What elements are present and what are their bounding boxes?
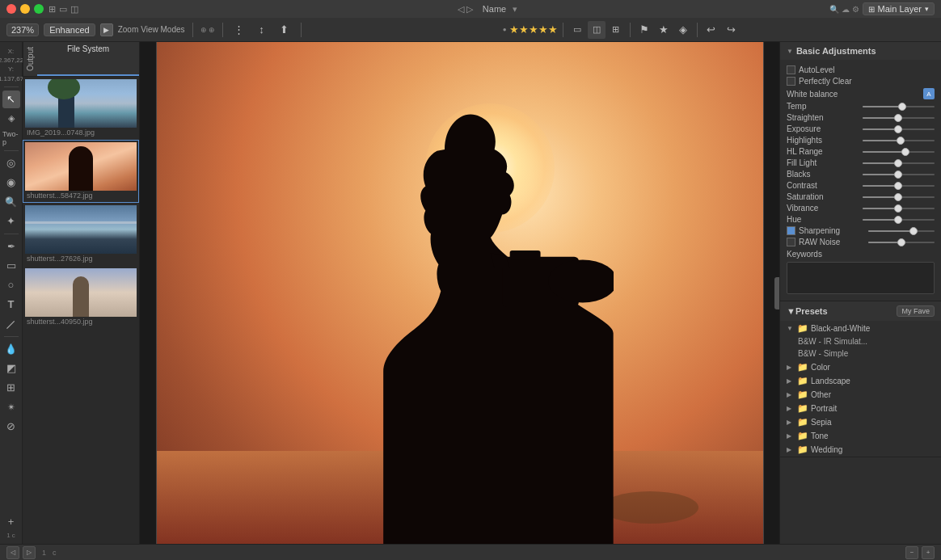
perfectly-clear-checkbox[interactable] [787, 77, 795, 86]
enhanced-button[interactable]: Enhanced [44, 23, 95, 36]
view-mode-2[interactable]: ◫ [588, 21, 606, 39]
panel-drag-handle[interactable] [774, 277, 779, 309]
straighten-slider[interactable] [863, 117, 935, 119]
folder-label: Tone [811, 432, 829, 440]
thumbnail-item[interactable]: shutterst...58472.jpg [23, 140, 139, 203]
line-tool[interactable]: | [0, 311, 23, 336]
wedding-folder[interactable]: ▶ 📁 Wedding [780, 443, 941, 457]
toolbar-left: 237% Enhanced ▶ [6, 23, 113, 36]
paint-tool[interactable]: ⊘ [2, 418, 20, 436]
output-tab[interactable]: Output [23, 42, 37, 76]
white-balance-toggle[interactable]: A [923, 88, 935, 99]
sharpening-checkbox[interactable] [787, 226, 795, 235]
export-button[interactable]: ⬆ [276, 21, 293, 39]
tone-folder[interactable]: ▶ 📁 Tone [780, 429, 941, 443]
sort-button[interactable]: ↕ [253, 21, 271, 39]
folder-icon: 📁 [797, 389, 808, 400]
effects-tool[interactable]: ✴ [2, 398, 20, 416]
preset-item[interactable]: B&W - IR Simulat... [780, 335, 941, 347]
layers-tool[interactable]: ⊞ [2, 379, 20, 397]
adjustment-row: Sharpening [787, 226, 935, 235]
heal-tool[interactable]: ◎ [2, 154, 20, 172]
two-pane-tool[interactable]: Two-p [0, 129, 22, 147]
toolbar: 237% Enhanced ▶ Zoom View Modes ⊕ ⊕ ⋮ ↕ … [0, 18, 941, 42]
thumbnail-item[interactable]: shutterst...27626.jpg [23, 203, 139, 266]
preset-item-label: B&W - Simple [798, 349, 848, 358]
hl-range-slider[interactable] [863, 151, 935, 153]
label-button[interactable]: ◈ [674, 21, 692, 39]
hue-slider[interactable] [863, 219, 935, 221]
raw-noise-checkbox[interactable] [787, 238, 795, 246]
rect-tool[interactable]: ▭ [2, 257, 20, 275]
toolbar-divider-5 [630, 23, 631, 37]
next-button[interactable]: ▷ [23, 546, 36, 559]
zoom-tool[interactable]: 🔍 [2, 193, 20, 211]
contrast-slider[interactable] [863, 185, 935, 187]
text-tool[interactable]: T [2, 296, 20, 314]
fill-light-slider[interactable] [863, 162, 935, 164]
portrait-folder[interactable]: ▶ 📁 Portrait [780, 402, 941, 415]
black-and-white-folder[interactable]: ▼ 📁 Black-and-White [780, 322, 941, 335]
ellipse-tool[interactable]: ○ [2, 276, 20, 294]
file-system-tab[interactable]: File System [37, 42, 139, 76]
undo-button[interactable]: ↩ [703, 21, 720, 39]
eyedropper-tool[interactable]: 💧 [2, 340, 20, 358]
prev-button[interactable]: ◁ [6, 546, 19, 559]
basic-adjustments-header[interactable]: ▼ Basic Adjustments [780, 42, 941, 60]
blacks-slider[interactable] [863, 174, 935, 175]
close-button[interactable] [6, 4, 16, 14]
folder-expand-icon: ▶ [787, 432, 795, 440]
view-mode-3[interactable]: ⊞ [607, 21, 625, 39]
zoom-label[interactable]: Zoom [118, 25, 139, 34]
pen-tool[interactable]: ✒ [2, 238, 20, 255]
star-tool[interactable]: ✦ [2, 213, 20, 230]
landscape-folder[interactable]: ▶ 📁 Landscape [780, 374, 941, 388]
toolbar-center: ● ★★★★★ ▭ ◫ ⊞ ⚑ ★ ◈ ↩ ↪ [309, 21, 935, 39]
my-favorites-button[interactable]: My Fave [897, 305, 935, 317]
flag-button[interactable]: ⚑ [635, 21, 653, 39]
other-folder[interactable]: ▶ 📁 Other [780, 388, 941, 402]
highlights-slider[interactable] [863, 140, 935, 141]
star-button[interactable]: ★ [655, 21, 673, 39]
autolevel-checkbox[interactable] [787, 65, 795, 74]
raw-noise-slider[interactable] [868, 242, 935, 243]
thumbnail-item[interactable]: IMG_2019...0748.jpg [23, 77, 139, 140]
zoom-badge[interactable]: 237% [6, 23, 39, 36]
coord-y-icon: ⊕ [209, 26, 215, 34]
temp-slider[interactable] [863, 106, 935, 107]
view-modes-label[interactable]: View Modes [141, 25, 184, 34]
sepia-folder[interactable]: ▶ 📁 Sepia [780, 415, 941, 429]
vibrance-slider[interactable] [863, 208, 935, 209]
sharpening-label: Sharpening [799, 226, 865, 235]
folder-label: Portrait [811, 404, 837, 413]
sharpening-slider[interactable] [868, 230, 935, 232]
exposure-slider[interactable] [863, 128, 935, 130]
canvas-image[interactable] [157, 42, 763, 544]
zoom-out-button[interactable]: − [905, 546, 918, 559]
preset-item[interactable]: B&W - Simple [780, 347, 941, 360]
color-folder[interactable]: ▶ 📁 Color [780, 360, 941, 374]
zoom-in-button[interactable]: + [922, 546, 935, 559]
saturation-slider[interactable] [863, 196, 935, 198]
toolbar-arrow-button[interactable]: ▶ [100, 23, 113, 36]
adjustment-row: Blacks [787, 170, 935, 179]
straighten-label: Straighten [787, 113, 859, 122]
filter-button[interactable]: ⋮ [230, 21, 248, 39]
maximize-button[interactable] [34, 4, 44, 14]
presets-header[interactable]: ▼ Presets My Fave [780, 301, 941, 321]
title-bar-right: 🔍 ☁ ⚙ ⊞ Main Layer ▾ [829, 2, 935, 15]
hl-range-label: HL Range [787, 147, 859, 156]
select-tool[interactable]: ↖ [2, 91, 20, 108]
presets-body: ▼ 📁 Black-and-White B&W - IR Simulat... … [780, 321, 941, 457]
redo-button[interactable]: ↪ [723, 21, 741, 39]
brush-tool[interactable]: ◉ [2, 174, 20, 192]
minimize-button[interactable] [20, 4, 30, 14]
main-layer-badge[interactable]: ⊞ Main Layer ▾ [863, 2, 935, 15]
thumbnail-item[interactable]: shutterst...40950.jpg [23, 266, 139, 329]
add-tool-button[interactable]: + [2, 512, 20, 530]
star-rating[interactable]: ★★★★★ [509, 23, 558, 36]
keywords-input[interactable] [787, 262, 935, 294]
view-mode-1[interactable]: ▭ [568, 21, 586, 39]
smart-select-tool[interactable]: ◈ [2, 110, 20, 128]
gradient-tool[interactable]: ◩ [2, 360, 20, 377]
